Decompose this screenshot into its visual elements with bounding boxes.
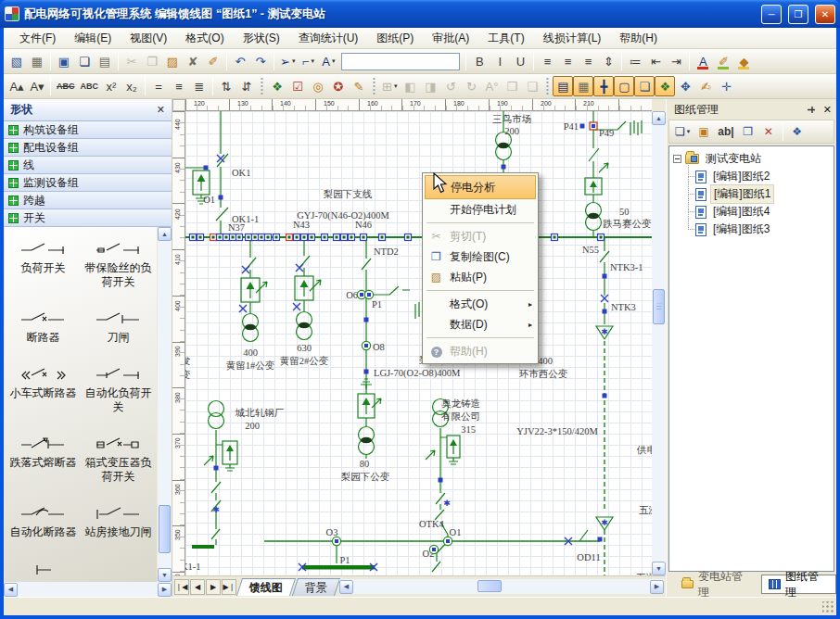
menu-item-3[interactable]: 视图(V) <box>121 28 175 49</box>
prev-page-icon[interactable]: ◀ <box>190 579 205 595</box>
selection-handle[interactable] <box>502 165 506 170</box>
shape-group-2[interactable]: 配电设备组 <box>4 139 172 157</box>
superscript-button[interactable]: x² <box>101 76 121 96</box>
panel-tab-sheet-manager[interactable]: 图纸管理 <box>761 575 836 594</box>
grid-toggle-button[interactable]: ▦ <box>573 76 593 96</box>
insert-table-button[interactable]: ▦ <box>27 51 47 71</box>
scroll-right-icon[interactable]: ▶ <box>158 583 172 597</box>
context-menu-item-8[interactable]: 格式(O)▸ <box>425 294 536 314</box>
flip-vertical-button[interactable]: ◨ <box>420 76 440 96</box>
subscript-button[interactable]: x₂ <box>121 76 142 96</box>
menu-item-9[interactable]: 工具(T) <box>479 28 532 49</box>
font-decrease-button[interactable]: A▾ <box>27 76 47 96</box>
context-menu-item-11[interactable]: ?帮助(H) <box>425 341 536 361</box>
stamp-button[interactable]: ✪ <box>328 76 349 96</box>
scroll-up-icon[interactable]: ▲ <box>158 227 172 241</box>
tab-background[interactable]: 背景 <box>292 578 340 596</box>
vertical-text-button[interactable]: ⇕ <box>598 51 618 71</box>
marquee-toggle-button[interactable]: ▢ <box>614 76 634 96</box>
selection-handle[interactable] <box>598 537 603 542</box>
strikethrough-button[interactable]: ABC <box>54 76 78 96</box>
cut-button[interactable]: ✂ <box>121 51 142 71</box>
context-menu-item-1[interactable]: 停电分析 <box>425 175 536 199</box>
context-menu-item-6[interactable]: ▨粘贴(P) <box>425 267 536 287</box>
line-spacing-double-button[interactable]: ≣ <box>189 76 210 96</box>
selection-handle[interactable] <box>603 310 607 314</box>
new-sheet-button[interactable]: ❏▾ <box>672 122 693 141</box>
shape-group-4[interactable]: 监测设备组 <box>4 174 172 192</box>
underline-button[interactable]: U <box>510 51 530 71</box>
page-toggle-button[interactable]: ❏ <box>634 76 655 96</box>
outdent-button[interactable]: ⇤ <box>645 51 666 71</box>
highlight-color-button[interactable]: ✐ <box>713 51 733 71</box>
properties-button[interactable]: ✍ <box>695 76 716 96</box>
scrollbar-thumb[interactable] <box>653 289 665 324</box>
selection-handle[interactable] <box>603 394 607 398</box>
annotate-button[interactable]: ✎ <box>349 76 369 96</box>
scroll-right-icon[interactable]: ▶ <box>650 580 664 594</box>
connector-tool-button[interactable]: ⌐▾ <box>298 51 318 71</box>
align-right-button[interactable]: ≡ <box>578 51 598 71</box>
delete-sheet-button[interactable]: ✕ <box>759 122 778 141</box>
ungroup-button[interactable]: ❑ <box>522 76 542 96</box>
new-drawing-button[interactable]: ▧ <box>6 51 27 71</box>
rotate-text-button[interactable]: A° <box>481 76 502 96</box>
pan-zoom-button[interactable]: ✥ <box>675 76 695 96</box>
maximize-button[interactable]: ❐ <box>788 5 808 24</box>
align-shapes-button[interactable]: ⊞▾ <box>379 76 400 96</box>
shape-group-3[interactable]: 线 <box>4 157 172 174</box>
shape-item-fused-load-switch[interactable]: 带保险丝的负荷开关 <box>82 242 155 289</box>
shape-item-auto-breaker[interactable]: 自动化断路器 <box>6 506 80 539</box>
menu-item-8[interactable]: 审批(A) <box>424 28 477 49</box>
shape-group-6[interactable]: 开关 <box>4 209 172 227</box>
menu-item-1[interactable]: 文件(F) <box>11 28 64 49</box>
indent-button[interactable]: ⇥ <box>666 51 686 71</box>
shape-item-auto-load-switch[interactable]: 自动化负荷开关 <box>82 367 155 414</box>
feeder-diagram-canvas[interactable]: 三鸟市场200P41P49OK1梨园下支线GYJ-70(N46-O2)400MO… <box>185 111 652 575</box>
align-center-button[interactable]: ≡ <box>557 51 578 71</box>
context-menu-item-4[interactable]: ✂剪切(T) <box>425 226 536 246</box>
menu-item-6[interactable]: 查询统计(U) <box>290 28 367 49</box>
no-strikethrough-button[interactable]: ABC <box>78 76 102 96</box>
rotate-right-button[interactable]: ↻ <box>461 76 481 96</box>
next-page-icon[interactable]: ▶ <box>206 579 221 595</box>
first-page-icon[interactable]: ❘◀ <box>174 579 189 595</box>
guides-toggle-button[interactable]: ╋ <box>593 76 614 96</box>
align-left-button[interactable]: ≡ <box>537 51 557 71</box>
style-box-input[interactable] <box>341 53 460 70</box>
selection-handle[interactable] <box>204 166 209 171</box>
menu-item-2[interactable]: 编辑(E) <box>66 28 120 49</box>
shapes-hscrollbar[interactable]: ◀ ▶ <box>4 582 172 597</box>
color-settings-button[interactable]: ❖ <box>655 76 675 96</box>
italic-button[interactable]: I <box>490 51 510 71</box>
delete-button[interactable]: ✘ <box>183 51 203 71</box>
shape-item-aux-cabinet[interactable]: 副柜 <box>6 562 80 582</box>
shape-item-knife-switch[interactable]: 刀闸 <box>82 311 155 345</box>
save-button[interactable]: ▣ <box>54 51 74 71</box>
menu-item-10[interactable]: 线损计算(L) <box>535 28 610 49</box>
sheet-panel-close-icon[interactable]: ✕ <box>823 104 832 116</box>
font-tool-button[interactable]: A▾ <box>318 51 338 71</box>
tree-item-sheet-3[interactable]: [编辑]图纸4 <box>673 203 834 221</box>
bold-button[interactable]: B <box>469 51 490 71</box>
spacing-increase-button[interactable]: ⇅ <box>216 76 236 96</box>
tab-feeder-diagram[interactable]: 馈线图 <box>236 578 296 596</box>
print-preview-button[interactable]: ❏ <box>74 51 95 71</box>
copy-sheet-button[interactable]: ❐ <box>739 122 757 141</box>
minimize-button[interactable]: ─ <box>761 5 782 24</box>
line-spacing-single-button[interactable]: = <box>148 76 169 96</box>
selection-handle[interactable] <box>580 124 585 129</box>
pointer-tool-button[interactable]: ➢▾ <box>277 51 298 71</box>
scroll-up-icon[interactable]: ▲ <box>652 111 666 125</box>
open-sheet-button[interactable]: ▣ <box>694 122 713 141</box>
format-brush-button[interactable]: ✐ <box>203 51 223 71</box>
scroll-left-icon[interactable]: ◀ <box>339 580 353 594</box>
scrollbar-thumb[interactable] <box>477 580 502 592</box>
line-spacing-15-button[interactable]: ≡ <box>169 76 189 96</box>
selection-handle[interactable] <box>214 466 219 471</box>
shapes-panel-close-icon[interactable]: ✕ <box>157 104 165 116</box>
shape-group-1[interactable]: 构筑设备组 <box>4 121 172 139</box>
undo-button[interactable]: ↶ <box>230 51 250 71</box>
canvas-hscrollbar[interactable]: ◀ ▶ <box>339 579 664 594</box>
tree-item-sheet-2[interactable]: [编辑]图纸1 <box>673 185 834 203</box>
